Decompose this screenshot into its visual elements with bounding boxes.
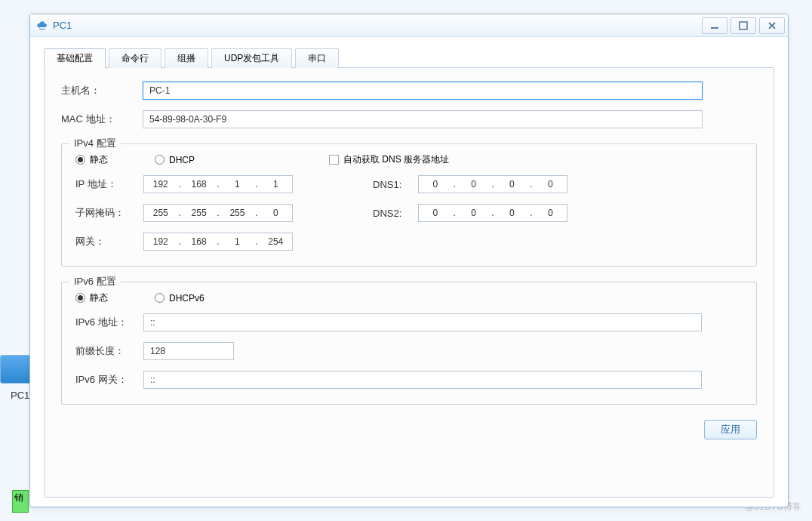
bg-pc-label: PC1: [11, 390, 29, 401]
ipv4-title: IPv4 配置: [69, 137, 121, 150]
bg-vlan-tag: 销: [12, 490, 29, 513]
tab-label: 组播: [177, 52, 195, 65]
ipv6-addr-label: IPv6 地址：: [75, 316, 143, 329]
tab-cmd[interactable]: 命令行: [109, 48, 161, 68]
svg-rect-0: [711, 27, 718, 29]
ipv6-static-radio[interactable]: 静态: [75, 291, 108, 304]
window-title: PC1: [53, 20, 702, 31]
ipv6-title: IPv6 配置: [69, 275, 121, 288]
ip-input[interactable]: 192. 168. 1. 1: [143, 175, 293, 193]
gateway-label: 网关：: [75, 235, 143, 248]
mac-input[interactable]: [143, 110, 703, 128]
tab-basic[interactable]: 基础配置: [44, 48, 106, 68]
ip-label: IP 地址：: [75, 177, 143, 191]
mask-label: 子网掩码：: [75, 206, 143, 220]
radio-icon: [75, 293, 85, 303]
ipv6-prefix-input[interactable]: [143, 342, 234, 360]
maximize-button[interactable]: [730, 17, 756, 34]
tab-label: UDP发包工具: [224, 52, 279, 65]
tabs: 基础配置 命令行 组播 UDP发包工具 串口: [44, 48, 774, 67]
mac-label: MAC 地址：: [61, 113, 143, 126]
radio-label: 静态: [90, 291, 108, 304]
dns1-input[interactable]: 0. 0. 0. 0: [418, 175, 567, 193]
radio-icon: [75, 155, 85, 165]
window: PC1 基础配置 命令行 组播 UDP发包工具 串口 主机名： MAC 地址：: [29, 14, 789, 507]
radio-icon: [155, 155, 165, 165]
dns2-input[interactable]: 0. 0. 0. 0: [418, 204, 567, 222]
svg-rect-1: [740, 22, 747, 29]
cloud-icon: [36, 20, 48, 31]
radio-label: DHCP: [169, 155, 195, 165]
checkbox-label: 自动获取 DNS 服务器地址: [343, 153, 449, 166]
radio-label: DHCPv6: [169, 293, 205, 304]
auto-dns-checkbox[interactable]: 自动获取 DNS 服务器地址: [329, 153, 449, 166]
ipv6-gw-input[interactable]: [143, 371, 702, 389]
ipv6-gw-label: IPv6 网关：: [75, 373, 143, 387]
ipv4-dhcp-radio[interactable]: DHCP: [155, 155, 195, 165]
tab-label: 命令行: [121, 52, 149, 65]
gateway-input[interactable]: 192. 168. 1. 254: [143, 233, 293, 251]
hostname-input[interactable]: [143, 82, 703, 100]
hostname-label: 主机名：: [61, 84, 143, 97]
apply-label: 应用: [721, 423, 740, 436]
radio-label: 静态: [90, 153, 108, 166]
tab-serial[interactable]: 串口: [295, 48, 339, 68]
tab-label: 基础配置: [57, 52, 93, 65]
mask-input[interactable]: 255. 255. 255. 0: [143, 204, 293, 222]
apply-button[interactable]: 应用: [704, 420, 757, 439]
ipv6-fieldset: IPv6 配置 静态 DHCPv6 IPv6 地址： 前缀长: [61, 282, 757, 405]
ipv4-fieldset: IPv4 配置 静态 DHCP 自动获取 DNS 服务器地址: [61, 143, 757, 267]
minimize-button[interactable]: [702, 17, 727, 34]
ipv6-prefix-label: 前缀长度：: [75, 344, 143, 358]
ipv6-dhcpv6-radio[interactable]: DHCPv6: [155, 293, 205, 304]
close-button[interactable]: [759, 17, 785, 34]
tab-label: 串口: [308, 52, 326, 65]
checkbox-icon: [329, 155, 339, 165]
titlebar: PC1: [30, 14, 788, 37]
panel-basic: 主机名： MAC 地址： IPv4 配置 静态 DHCP: [44, 67, 774, 498]
tab-udp[interactable]: UDP发包工具: [211, 48, 292, 68]
tab-multicast[interactable]: 组播: [165, 48, 208, 68]
radio-icon: [155, 293, 165, 303]
ipv6-addr-input[interactable]: [143, 313, 702, 331]
dns1-label: DNS1:: [373, 179, 418, 190]
dns2-label: DNS2:: [373, 208, 418, 219]
ipv4-static-radio[interactable]: 静态: [75, 153, 108, 166]
